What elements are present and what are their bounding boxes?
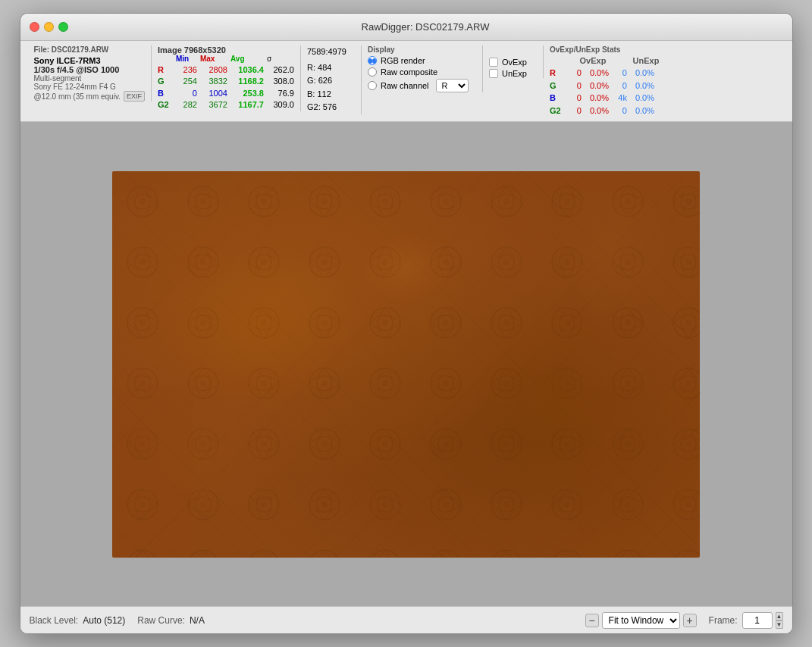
- metering-mode: Multi-segment: [34, 74, 145, 83]
- minimize-button[interactable]: [44, 22, 54, 32]
- unexp-checkbox[interactable]: [489, 69, 498, 78]
- texture-overlay: [112, 171, 700, 558]
- r-avg: 1036.4: [230, 64, 264, 76]
- ovexp-options: OvExp UnExp: [489, 58, 537, 78]
- stats-g-ov-pct: 0.0%: [582, 80, 609, 92]
- stats-header: Min Max Avg σ: [158, 55, 294, 63]
- frame-down-arrow[interactable]: ▼: [776, 620, 783, 629]
- raw-composite-label: Raw composite: [381, 67, 437, 77]
- stats-r-un-pct: 0.0%: [627, 67, 654, 80]
- image-canvas: [112, 171, 700, 558]
- stats-g2-label: G2: [550, 105, 566, 117]
- stats-b-un-n: 4k: [612, 92, 627, 105]
- cursor-g: G: 626: [307, 74, 355, 88]
- g2-label: G2: [158, 99, 173, 111]
- g2-sigma: 309.0: [267, 99, 294, 111]
- lens-info: Sony FE 12-24mm F4 G: [34, 83, 145, 91]
- frame-label: Frame:: [709, 615, 738, 626]
- exposure-info: 1/30s f/4.5 @ISO 1000: [34, 65, 145, 74]
- rgb-render-radio[interactable]: [368, 56, 377, 65]
- unexp-label: UnExp: [502, 69, 527, 78]
- stats-r-ov-n: 0: [566, 67, 582, 80]
- stats-row-g: G 0 0.0% 0 0.0%: [550, 80, 689, 92]
- maximize-button[interactable]: [58, 22, 68, 32]
- black-level-item: Black Level: Auto (512): [30, 615, 126, 626]
- rgb-render-option[interactable]: RGB render: [368, 56, 476, 65]
- window-title: RawDigger: DSC02179.ARW: [68, 21, 783, 33]
- unexp-option[interactable]: UnExp: [489, 69, 537, 78]
- zoom-minus-button[interactable]: −: [585, 614, 599, 627]
- raw-channel-radio[interactable]: [368, 81, 377, 90]
- exif-button[interactable]: EXIF: [124, 91, 145, 102]
- display-label: Display: [368, 45, 476, 54]
- cursor-section: 7589:4979 R: 484 G: 626 B: 112 G2: 576: [301, 45, 362, 114]
- stats-row-b: B 0 0.0% 4k 0.0%: [550, 92, 689, 105]
- focal-length: @12.0 mm (35 mm equiv.: [34, 92, 121, 101]
- raw-curve-item: Raw Curve: N/A: [137, 615, 205, 626]
- avg-header: Avg: [230, 55, 264, 63]
- stats-g-un-n: 0: [612, 80, 627, 92]
- display-section: Display RGB render Raw composite Raw cha…: [362, 45, 483, 92]
- titlebar: RawDigger: DSC02179.ARW: [20, 14, 792, 41]
- stats-row-r: R 0 0.0% 0 0.0%: [550, 67, 689, 80]
- svg-rect-3: [112, 171, 700, 558]
- ovexp-section: OvExp UnExp: [483, 45, 544, 78]
- traffic-lights: [30, 22, 68, 32]
- zoom-plus-button[interactable]: +: [683, 614, 697, 627]
- cursor-coords: 7589:4979 R: 484 G: 626 B: 112 G2: 576: [307, 45, 355, 114]
- stats-g2-ov-pct: 0.0%: [582, 105, 609, 117]
- close-button[interactable]: [30, 22, 39, 32]
- r-min: 236: [176, 64, 197, 76]
- g-avg: 1168.2: [230, 76, 264, 87]
- b-sigma: 76.9: [267, 88, 294, 99]
- g-min: 254: [176, 76, 197, 87]
- stat-row-b: B 0 1004 253.8 76.9: [158, 88, 294, 99]
- black-level-label: Black Level:: [30, 615, 79, 626]
- r-sigma: 262.0: [267, 64, 294, 76]
- frame-control: ▲ ▼: [742, 612, 783, 629]
- raw-composite-radio[interactable]: [368, 67, 377, 77]
- stats-b-un-pct: 0.0%: [627, 92, 654, 105]
- raw-composite-option[interactable]: Raw composite: [368, 67, 476, 77]
- raw-channel-label: Raw channel: [381, 81, 429, 90]
- image-area[interactable]: [20, 122, 792, 606]
- stats-b-ov-pct: 0.0%: [582, 92, 609, 105]
- rgb-render-label: RGB render: [381, 56, 425, 65]
- display-options: RGB render Raw composite Raw channel R G…: [368, 56, 476, 92]
- frame-up-arrow[interactable]: ▲: [776, 612, 783, 620]
- stats-b-ov-n: 0: [566, 92, 582, 105]
- frame-input[interactable]: [742, 612, 773, 629]
- g2-min: 282: [176, 99, 197, 111]
- stats-g-label: G: [550, 80, 566, 92]
- b-min: 0: [176, 88, 197, 99]
- cursor-g2: G2: 576: [307, 101, 355, 114]
- toolbar: File: DSC02179.ARW Sony ILCE-7RM3 1/30s …: [20, 41, 792, 122]
- raw-curve-value: N/A: [190, 615, 205, 626]
- frame-item: Frame: ▲ ▼: [709, 612, 783, 629]
- cursor-r: R: 484: [307, 61, 355, 75]
- raw-channel-option[interactable]: Raw channel R G B G2: [368, 79, 476, 92]
- r-label: R: [158, 64, 173, 76]
- camera-model: Sony ILCE-7RM3: [34, 56, 145, 65]
- stats-g2-un-pct: 0.0%: [627, 105, 654, 117]
- b-avg: 253.8: [230, 88, 264, 99]
- g2-avg: 1167.7: [230, 99, 264, 111]
- max-header: Max: [200, 55, 227, 63]
- g2-max: 3672: [200, 99, 227, 111]
- ovexp-checkbox[interactable]: [489, 58, 498, 67]
- min-header: Min: [176, 55, 197, 63]
- ovexp-label: OvExp: [502, 58, 527, 67]
- zoom-control: − Fit to Window 25% 50% 100% 200% +: [585, 612, 697, 629]
- image-resolution: Image 7968x5320: [158, 45, 294, 55]
- file-label: File: DSC02179.ARW: [34, 45, 145, 54]
- channel-select[interactable]: R G B G2: [436, 79, 469, 92]
- g-sigma: 308.0: [267, 76, 294, 87]
- ovexp-option[interactable]: OvExp: [489, 58, 537, 67]
- unexp-col-header: UnExp: [619, 56, 672, 65]
- stats-r-un-n: 0: [612, 67, 627, 80]
- stats-label: OvExp/UnExp Stats: [550, 45, 689, 54]
- frame-spinners: ▲ ▼: [776, 612, 783, 629]
- stat-row-g: G 254 3832 1168.2 308.0: [158, 76, 294, 87]
- g-max: 3832: [200, 76, 227, 87]
- zoom-select[interactable]: Fit to Window 25% 50% 100% 200%: [602, 612, 680, 629]
